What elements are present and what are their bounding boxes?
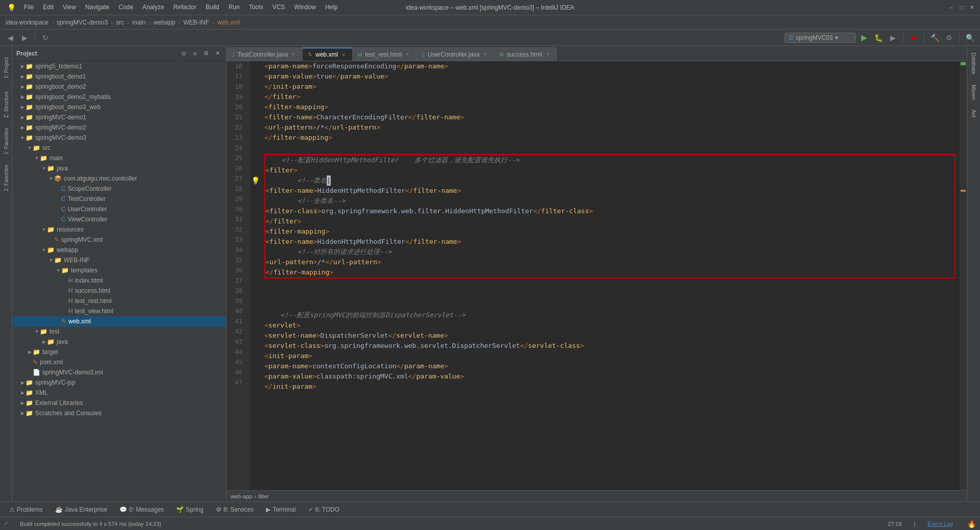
run-button[interactable]: ▶ [858, 32, 870, 44]
tree-item-test_java[interactable]: ▶📁java [12, 337, 226, 347]
tree-item-success.html[interactable]: Hsuccess.html [12, 286, 226, 296]
bottom-tab-2[interactable]: 💬0: Messages [114, 505, 169, 514]
tree-item-External Libraries[interactable]: ▶📁External Libraries [12, 398, 226, 408]
menu-refactor[interactable]: Refactor [169, 3, 201, 13]
editor-tab-3[interactable]: JUserController.java× [416, 47, 495, 61]
tree-item-WEB-INF[interactable]: ▼📁WEB-INF [12, 255, 226, 265]
code-content[interactable]: <param-name>forceResponseEncoding</param… [260, 61, 960, 490]
event-log-link[interactable]: Event Log [927, 521, 953, 527]
forward-button[interactable]: ▶ [18, 32, 31, 44]
editor-tab-1[interactable]: ✎web.xml× [303, 47, 353, 61]
settings-button[interactable]: ⚙ [943, 32, 955, 44]
tree-item-src[interactable]: ▼📁src [12, 143, 226, 153]
tree-item-web.xml[interactable]: ✎web.xml [12, 316, 226, 326]
tree-item-ViewController[interactable]: CViewController [12, 214, 226, 224]
ant-panel-button[interactable]: Ant [967, 106, 981, 121]
tree-item-main[interactable]: ▼📁main [12, 153, 226, 163]
bottom-tab-3[interactable]: 🌱Spring [171, 505, 209, 514]
tab-close-0[interactable]: × [290, 51, 297, 58]
tree-item-springMVC.xml[interactable]: ✎springMVC.xml [12, 235, 226, 245]
menu-navigate[interactable]: Navigate [81, 3, 113, 13]
tab-close-3[interactable]: × [482, 51, 489, 58]
maximize-button[interactable]: □ [958, 4, 966, 12]
tree-item-templates[interactable]: ▼📁templates [12, 265, 226, 275]
editor-tab-4[interactable]: Hsuccess.html× [495, 47, 557, 61]
tree-item-Scratches and Consoles[interactable]: ▶📁Scratches and Consoles [12, 408, 226, 418]
maven-panel-button[interactable]: Maven [967, 80, 981, 105]
tree-item-index.html[interactable]: Hindex.html [12, 275, 226, 286]
menu-file[interactable]: File [20, 3, 38, 13]
tree-item-springMVC-demo2[interactable]: ▶📁springMVC-demo2 [12, 122, 226, 133]
database-panel-button[interactable]: Database [967, 48, 981, 79]
editor-tab-2[interactable]: Htest_rest.html× [353, 47, 416, 61]
tree-item-target[interactable]: ▶📁target [12, 347, 226, 357]
editor-breadcrumb-item-1[interactable]: filter [258, 493, 269, 499]
tree-item-java[interactable]: ▼📁java [12, 163, 226, 173]
tree-item-ScopeController[interactable]: CScopeController [12, 184, 226, 194]
menu-run[interactable]: Run [225, 3, 244, 13]
editor-breadcrumb-item-0[interactable]: web-app [231, 493, 252, 499]
debug-button[interactable]: 🐛 [872, 32, 885, 44]
tree-item-UserController[interactable]: CUserController [12, 204, 226, 214]
tree-item-webapp[interactable]: ▼📁webapp [12, 245, 226, 255]
close-button[interactable]: ✕ [968, 4, 976, 12]
sidebar-locate-button[interactable]: ◎ [179, 49, 188, 58]
sidebar-settings-button[interactable]: ⚙ [202, 49, 211, 58]
bottom-tab-6[interactable]: ✓6: TODO [303, 505, 345, 514]
breadcrumb-item-0[interactable]: idea-workspace [6, 19, 48, 26]
menu-view[interactable]: View [59, 3, 80, 13]
tree-item-springboot_demo3_web[interactable]: ▶📁springboot_demo3_web [12, 102, 226, 112]
breadcrumb-item-5[interactable]: WEB-INF [183, 19, 209, 26]
tab-close-1[interactable]: × [340, 51, 347, 58]
breadcrumb-item-6[interactable]: web.xml [217, 19, 240, 26]
tree-item-TestController[interactable]: CTestController [12, 194, 226, 204]
menu-code[interactable]: Code [114, 3, 137, 13]
project-panel-button[interactable]: 1: Project [0, 50, 12, 86]
tree-item-springboot_demo1[interactable]: ▶📁springboot_demo1 [12, 71, 226, 82]
breadcrumb-item-3[interactable]: main [132, 19, 145, 26]
menu-analyze[interactable]: Analyze [138, 3, 168, 13]
tree-item-test[interactable]: ▼📁test [12, 326, 226, 337]
tree-item-XML[interactable]: ▶📁XML [12, 388, 226, 398]
search-button[interactable]: 🔍 [964, 32, 976, 44]
editor-tab-0[interactable]: JTestController.java× [227, 47, 303, 61]
tree-item-test_view.html[interactable]: Htest_view.html [12, 306, 226, 316]
structure-panel-button[interactable]: Z: Structure [0, 87, 12, 122]
tree-item-springMVC-demo3[interactable]: ▼📁springMVC-demo3 [12, 133, 226, 143]
bottom-tab-0[interactable]: ⚠Problems [4, 505, 48, 514]
minimize-button[interactable]: − [947, 4, 955, 12]
tree-item-springMVC-demo1[interactable]: ▶📁springMVC-demo1 [12, 112, 226, 122]
tree-item-springMVC-demo3.iml[interactable]: 📄springMVC-demo3.iml [12, 367, 226, 377]
run-config-dropdown[interactable]: ☰ springMVC03 ▾ [785, 33, 856, 43]
stop-button[interactable]: ■ [908, 32, 920, 44]
tree-item-springboot_demo2[interactable]: ▶📁springboot_demo2 [12, 82, 226, 92]
menu-vcs[interactable]: VCS [268, 3, 289, 13]
back-button[interactable]: ◀ [4, 32, 16, 44]
breadcrumb-item-2[interactable]: src [116, 19, 124, 26]
favorites-panel-button-1[interactable]: 1: Favorites [0, 123, 12, 159]
favorites-panel-button-2[interactable]: 2: Favorites [0, 160, 12, 196]
menu-help[interactable]: Help [321, 3, 342, 13]
menu-tools[interactable]: Tools [245, 3, 267, 13]
tree-item-test_rest.html[interactable]: Htest_rest.html [12, 296, 226, 306]
coverage-button[interactable]: ▶ [887, 32, 899, 44]
menu-build[interactable]: Build [202, 3, 224, 13]
tree-item-pom.xml[interactable]: ✎pom.xml [12, 357, 226, 367]
breadcrumb-item-1[interactable]: springMVC-demo3 [57, 19, 108, 26]
bottom-tab-5[interactable]: ▶Terminal [261, 505, 301, 514]
sidebar-close-button[interactable]: ✕ [213, 49, 222, 58]
bottom-tab-4[interactable]: ⚙8: Services [211, 505, 259, 514]
bottom-tab-1[interactable]: ☕Java Enterprise [50, 505, 112, 514]
tab-close-4[interactable]: × [544, 51, 551, 58]
tab-close-2[interactable]: × [404, 51, 411, 58]
sidebar-collapse-button[interactable]: ≡ [190, 49, 200, 58]
tree-item-com.atguigu.mvc.controller[interactable]: ▼📦com.atguigu.mvc.controller [12, 173, 226, 184]
tree-item-springMVC-jsp[interactable]: ▶📁springMVC-jsp [12, 377, 226, 388]
menu-window[interactable]: Window [290, 3, 320, 13]
tree-item-resources[interactable]: ▼📁resources [12, 224, 226, 235]
tree-item-spring5_txdemo1[interactable]: ▶📁spring5_txdemo1 [12, 61, 226, 71]
refresh-button[interactable]: ↻ [39, 32, 52, 44]
tree-item-springboot_demo2_mybatis[interactable]: ▶📁springboot_demo2_mybatis [12, 92, 226, 102]
breadcrumb-item-4[interactable]: webapp [154, 19, 175, 26]
build-button[interactable]: 🔨 [928, 32, 941, 44]
